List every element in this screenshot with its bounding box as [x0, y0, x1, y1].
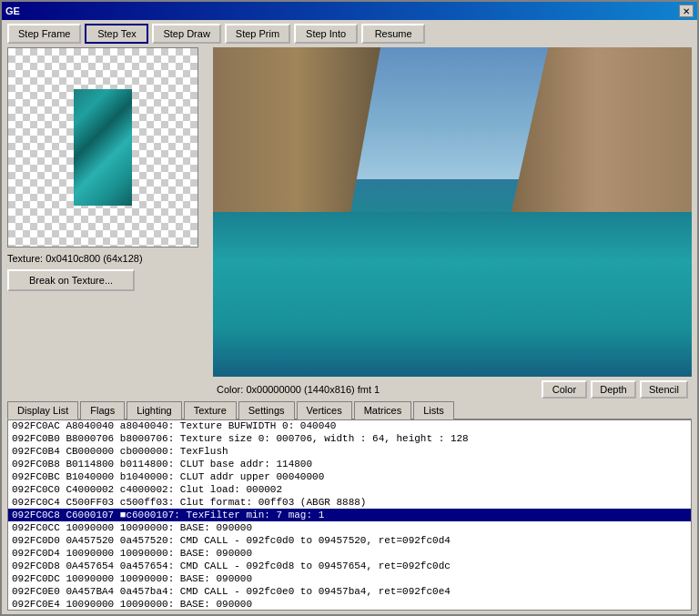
list-item[interactable]: 092FC0CC 10090000 10090000: BASE: 090000 — [8, 521, 691, 534]
bottom-panel: Display List Flags Lighting Texture Sett… — [2, 400, 697, 614]
resume-button[interactable]: Resume — [361, 24, 425, 44]
step-frame-button[interactable]: Step Frame — [7, 24, 81, 44]
list-item[interactable]: 092FC0B0 B8000706 b8000706: Texture size… — [8, 432, 691, 445]
right-panel: Color: 0x00000000 (1440x816) fmt 1 Color… — [213, 47, 692, 400]
texture-info: Texture: 0x0410c800 (64x128) — [7, 251, 208, 266]
stencil-button[interactable]: Stencil — [640, 380, 688, 399]
tab-lists[interactable]: Lists — [413, 401, 454, 419]
water-background — [213, 212, 692, 377]
step-tex-button[interactable]: Step Tex — [85, 24, 148, 44]
color-info: Color: 0x00000000 (1440x816) fmt 1 — [217, 384, 380, 395]
texture-preview — [7, 47, 198, 247]
step-prim-button[interactable]: Step Prim — [225, 24, 290, 44]
break-on-texture-button[interactable]: Break on Texture... — [7, 269, 135, 291]
tab-display-list[interactable]: Display List — [7, 401, 78, 419]
list-item[interactable]: 092FC0E0 0A457BA4 0a457ba4: CMD CALL - 0… — [8, 585, 691, 598]
title-bar: GE ✕ — [2, 2, 697, 20]
texture-image — [74, 89, 132, 206]
list-item[interactable]: 092FC0B4 CB000000 cb000000: TexFlush — [8, 445, 691, 458]
tab-lighting[interactable]: Lighting — [127, 401, 182, 419]
list-item[interactable]: 092FC0AC A8040040 a8040040: Texture BUFW… — [8, 419, 691, 432]
toolbar: Step Frame Step Tex Step Draw Step Prim … — [2, 20, 697, 47]
list-item[interactable]: 092FC0C8 C6000107 ■c6000107: TexFilter m… — [8, 509, 691, 521]
list-item[interactable]: 092FC0E4 10090000 10090000: BASE: 090000 — [8, 598, 691, 611]
color-button[interactable]: Color — [542, 380, 587, 399]
tab-texture[interactable]: Texture — [184, 401, 237, 419]
list-item[interactable]: 092FC0D8 0A457654 0a457654: CMD CALL - 0… — [8, 560, 691, 572]
left-panel: Texture: 0x0410c800 (64x128) Break on Te… — [7, 47, 208, 400]
main-window: GE ✕ Step Frame Step Tex Step Draw Step … — [0, 0, 699, 616]
window-title: GE — [5, 5, 20, 16]
list-item[interactable]: 092FC0D4 10090000 10090000: BASE: 090000 — [8, 547, 691, 560]
view-mode-buttons: Color Depth Stencil — [542, 380, 688, 399]
depth-button[interactable]: Depth — [591, 380, 636, 399]
close-button[interactable]: ✕ — [679, 5, 694, 17]
tab-matrices[interactable]: Matrices — [354, 401, 412, 419]
render-status-bar: Color: 0x00000000 (1440x816) fmt 1 Color… — [213, 379, 692, 400]
list-item[interactable]: 092FC0C4 C500FF03 c500ff03: Clut format:… — [8, 496, 691, 509]
list-item[interactable]: 092FC0C0 C4000002 c4000002: Clut load: 0… — [8, 483, 691, 496]
tab-vertices[interactable]: Vertices — [297, 401, 352, 419]
tab-settings[interactable]: Settings — [238, 401, 295, 419]
list-item[interactable]: 092FC0BC B1040000 b1040000: CLUT addr up… — [8, 470, 691, 483]
tab-flags[interactable]: Flags — [80, 401, 125, 419]
list-item[interactable]: 092FC0D0 0A457520 0a457520: CMD CALL - 0… — [8, 534, 691, 547]
main-area: Texture: 0x0410c800 (64x128) Break on Te… — [2, 47, 697, 400]
render-view — [213, 47, 692, 377]
list-item[interactable]: 092FC0DC 10090000 10090000: BASE: 090000 — [8, 572, 691, 585]
tab-bar: Display List Flags Lighting Texture Sett… — [7, 400, 692, 419]
display-list-container[interactable]: 092FC0A4 C3000004 c3000004: TexFormat 00… — [7, 419, 692, 611]
step-draw-button[interactable]: Step Draw — [152, 24, 220, 44]
step-into-button[interactable]: Step Into — [294, 24, 358, 44]
list-item[interactable]: 092FC0B8 B0114800 b0114800: CLUT base ad… — [8, 458, 691, 470]
